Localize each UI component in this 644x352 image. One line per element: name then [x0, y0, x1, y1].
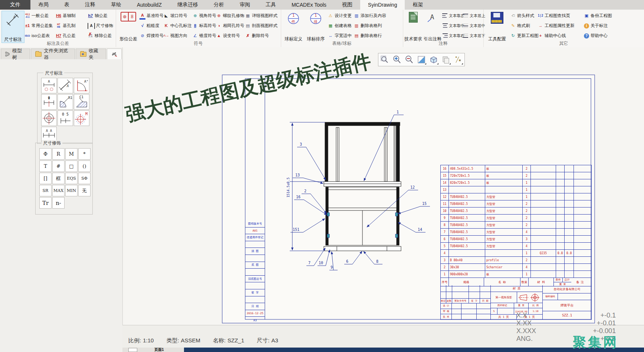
- text-align-center-item[interactable]: 文本靠中: [442, 21, 464, 31]
- menu-tab-review[interactable]: 审阅: [232, 0, 258, 10]
- thread-hole-item[interactable]: ⊕螺纹孔修饰: [216, 11, 244, 21]
- angular-dim-button[interactable]: A°: [74, 78, 89, 93]
- update-properties-item[interactable]: →工程图属性更新: [538, 21, 575, 31]
- aux-centerline-item[interactable]: +辅助中心线: [538, 31, 575, 41]
- shade-mode-button[interactable]: [416, 54, 427, 65]
- shaft-tolerance-item[interactable]: h7轴公差: [88, 11, 113, 21]
- zoom-in-button[interactable]: [392, 54, 402, 65]
- datum-symbol-item[interactable]: A基准符号: [139, 11, 164, 21]
- iso-tolerance-item[interactable]: ISOiso公差表: [24, 31, 53, 41]
- zoom-window-button[interactable]: [380, 54, 390, 65]
- leader-note-button[interactable]: A 引出注释: [423, 11, 442, 42]
- gtol-button[interactable]: ⊕8 形位公差: [117, 11, 139, 42]
- center-mark-button[interactable]: [41, 110, 57, 126]
- menu-tab-view[interactable]: 视图: [334, 0, 360, 10]
- base-hole-item[interactable]: H7H6基孔制: [56, 21, 76, 31]
- update-drawing-item[interactable]: ↻更新工程图: [510, 31, 539, 41]
- backup-drawing-item[interactable]: ▣备份工程图: [584, 11, 612, 21]
- balloon-define-button[interactable]: 1 件 球标定义: [282, 11, 305, 42]
- find-page-item[interactable]: 1|2工程图查找页: [538, 11, 575, 21]
- taper-item[interactable]: ∠锥度符号: [192, 31, 216, 41]
- delete-row-item[interactable]: ▤删除表格行: [354, 31, 386, 41]
- format-painter-item[interactable]: ✎格式刷: [510, 21, 539, 31]
- modifier-m-button[interactable]: M: [65, 148, 78, 160]
- text-align-left-item[interactable]: 文本靠左: [442, 11, 464, 21]
- menu-tab-file[interactable]: 文件: [0, 0, 30, 10]
- same-hole-item[interactable]: ◑相同孔符号: [216, 21, 244, 31]
- sheet-tab[interactable]: 页面1: [154, 348, 164, 352]
- tab-favorites[interactable]: ✳ 收藏夹: [76, 49, 106, 59]
- menu-tab-sketch[interactable]: 草绘: [103, 0, 129, 10]
- chamfer-dim-button[interactable]: C1: [74, 94, 89, 110]
- modifier-min-button[interactable]: MIN: [65, 185, 78, 196]
- groove-symbol-item[interactable]: ◣坡口符号: [163, 11, 192, 21]
- weld-symbol-item[interactable]: ⊘焊接符号: [139, 31, 164, 41]
- tool-config-button[interactable]: 工具配置: [486, 11, 509, 42]
- dim-annotate-button[interactable]: A 尺寸标注: [1, 11, 24, 43]
- help-center-item[interactable]: ?帮助中心: [584, 31, 612, 41]
- menu-tab-syindrawing[interactable]: SyinDrawing: [360, 0, 405, 10]
- menu-tab-table[interactable]: 表: [56, 0, 77, 10]
- modifier-sphi-button[interactable]: SΦ: [78, 173, 91, 184]
- view-angle-item[interactable]: ⊕视角符号: [192, 11, 216, 21]
- modifier-square-button[interactable]: □: [65, 160, 78, 172]
- modifier-paren-button[interactable]: (): [78, 160, 91, 172]
- about-item[interactable]: i关于标注: [584, 21, 612, 31]
- section-view-style-item[interactable]: ▤剖面视图样式: [245, 21, 277, 31]
- general-tolerance-item[interactable]: +0.1-0.1一般公差: [24, 11, 53, 21]
- detail-view-style-item[interactable]: ▦详细视图样式: [245, 11, 277, 21]
- text-bottom-item[interactable]: 文本居下: [463, 31, 485, 41]
- modifier-bracket-button[interactable]: []: [39, 173, 52, 184]
- linear-dim-button[interactable]: A: [41, 78, 57, 93]
- delete-column-item[interactable]: ▥删除表格列: [354, 21, 386, 31]
- zoom-out-button[interactable]: [404, 54, 414, 65]
- delete-symbol-item[interactable]: ✗删除符号: [245, 31, 277, 41]
- balloon-sort-button[interactable]: 1 排 球标排序: [305, 11, 327, 42]
- menu-tab-analysis[interactable]: 分析: [206, 0, 232, 10]
- modifier-star-button[interactable]: *: [78, 148, 91, 160]
- modifier-r-button[interactable]: R: [52, 148, 65, 160]
- fit-text-width-item[interactable]: ↔字宽适中: [328, 31, 352, 41]
- tab-model-tree[interactable]: 模型树: [1, 49, 30, 59]
- roughness-item[interactable]: √粗糙度: [139, 21, 164, 31]
- radius-dim-button[interactable]: R1: [58, 94, 73, 110]
- create-table-item[interactable]: ▦创建表格: [328, 21, 352, 31]
- remove-tolerance-item[interactable]: ±1✗移除公差: [88, 31, 113, 41]
- modifier-sr-button[interactable]: SR: [39, 185, 52, 196]
- modifier-frame-button[interactable]: 框: [52, 173, 65, 184]
- modifier-hash-button[interactable]: #: [52, 160, 65, 172]
- copy-view-button[interactable]: [441, 54, 451, 65]
- menu-tab-frame[interactable]: 框架: [405, 0, 431, 10]
- menu-tab-layout[interactable]: 布局: [30, 0, 56, 10]
- text-top-item[interactable]: 文本居上: [463, 11, 485, 21]
- change-symbol-item[interactable]: ▲设变符号: [216, 31, 244, 41]
- menu-tab-mcadex[interactable]: MCADEx Tools: [284, 0, 334, 10]
- modifier-none-button[interactable]: 无: [78, 185, 91, 196]
- modifier-t-button[interactable]: T: [39, 160, 52, 172]
- text-middle-item[interactable]: 文本居中: [463, 21, 485, 31]
- menu-tab-annotation[interactable]: 注释: [77, 0, 103, 10]
- view-direction-item[interactable]: A→视图方向: [163, 31, 192, 41]
- menu-tab-autobuildz[interactable]: AutobuildZ: [129, 0, 170, 10]
- base-shaft-item[interactable]: H6基轴制: [56, 11, 76, 21]
- tab-annotation-tools[interactable]: [107, 49, 122, 59]
- break-view-button[interactable]: * *: [453, 54, 463, 65]
- modifier-tr-button[interactable]: Tr: [39, 197, 52, 209]
- aligned-dim-button[interactable]: A: [58, 78, 73, 93]
- tech-requirements-button[interactable]: 技术要求: [404, 11, 423, 42]
- elevation-item[interactable]: 8标高符号: [192, 21, 216, 31]
- modifier-n-button[interactable]: n-: [52, 197, 65, 209]
- arrow-style-item[interactable]: -□箭头样式: [510, 11, 539, 21]
- menu-tab-tools[interactable]: 工具: [258, 0, 284, 10]
- modifier-max-button[interactable]: MAX: [52, 185, 65, 196]
- dim-modify-item[interactable]: A尺寸修饰: [88, 21, 113, 31]
- diameter-dim-button[interactable]: Φ: [41, 94, 57, 110]
- drawing-canvas[interactable]: 1514.5±0.5 1 3 13 2 16 151 12 15: [122, 47, 644, 325]
- modifier-phi-button[interactable]: Φ: [39, 148, 52, 160]
- menu-tab-migration[interactable]: 继承迁移: [170, 0, 206, 10]
- ordinate-dim-button[interactable]: 0 5: [58, 110, 73, 126]
- display-mode-button[interactable]: [428, 54, 439, 65]
- design-change-item[interactable]: ⚠设计变更: [328, 11, 352, 21]
- center-hole-item[interactable]: K中心孔标注: [163, 21, 192, 31]
- add-row-item[interactable]: ▥添加行及内容: [354, 11, 386, 21]
